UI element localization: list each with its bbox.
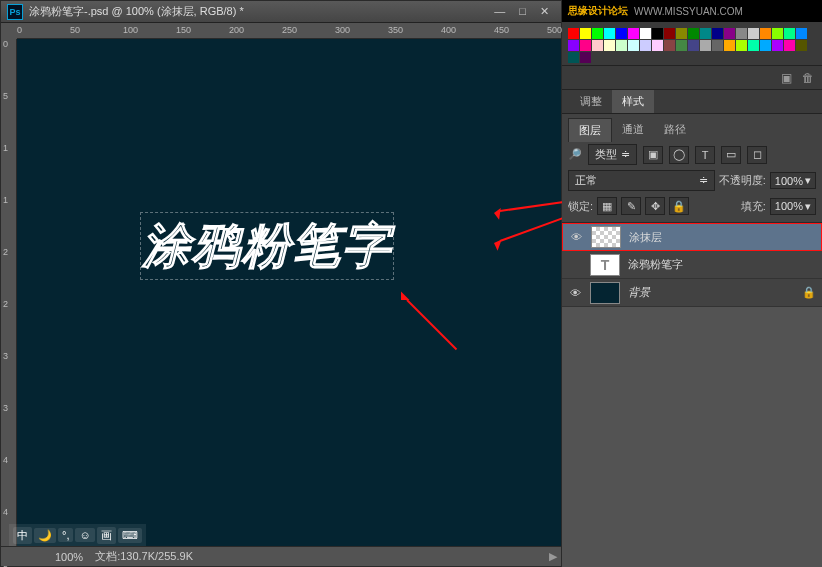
swatch[interactable]	[652, 40, 663, 51]
filter-pixel-icon[interactable]: ▣	[643, 146, 663, 164]
swatch[interactable]	[712, 28, 723, 39]
swatch[interactable]	[688, 40, 699, 51]
lock-icon: 🔒	[802, 286, 816, 299]
swatch[interactable]	[700, 28, 711, 39]
swatch[interactable]	[724, 40, 735, 51]
tab-layers[interactable]: 图层	[568, 118, 612, 142]
lock-label: 锁定:	[568, 199, 593, 214]
tb-item[interactable]: 中	[13, 527, 32, 544]
swatch[interactable]	[628, 40, 639, 51]
swatch[interactable]	[784, 28, 795, 39]
tab-paths[interactable]: 路径	[654, 118, 696, 142]
ps-icon: Ps	[7, 4, 23, 20]
doc-info: 文档:130.7K/255.9K	[95, 549, 193, 564]
layer-name: 涂鸦粉笔字	[628, 257, 683, 272]
tb-item[interactable]: 🌙	[34, 528, 56, 543]
layers-panel: 图层 通道 路径 🔎 类型≑ ▣ ◯ T ▭ ◻ 正常≑ 不透明度: 100%▾…	[562, 114, 822, 223]
tb-item[interactable]: °,	[58, 528, 73, 542]
swatch[interactable]	[664, 40, 675, 51]
lock-all-icon[interactable]: 🔒	[669, 197, 689, 215]
swatch[interactable]	[676, 40, 687, 51]
ruler-horizontal: 050100150200250300350400450500	[17, 23, 561, 39]
lock-paint-icon[interactable]: ✎	[621, 197, 641, 215]
tb-item[interactable]: 画	[97, 527, 116, 544]
visibility-icon[interactable]: 👁	[568, 286, 582, 300]
swatch[interactable]	[640, 28, 651, 39]
swatches-footer: ▣ 🗑	[562, 66, 822, 90]
watermark-brand: 思缘设计论坛	[568, 4, 628, 18]
swatch[interactable]	[580, 52, 591, 63]
swatch[interactable]	[568, 28, 579, 39]
swatch[interactable]	[628, 28, 639, 39]
layer-row[interactable]: T涂鸦粉笔字	[562, 251, 822, 279]
watermark-url: WWW.MISSYUAN.COM	[634, 6, 743, 17]
filter-smart-icon[interactable]: ◻	[747, 146, 767, 164]
filter-type-icon[interactable]: T	[695, 146, 715, 164]
minimize-button[interactable]: —	[494, 5, 505, 18]
new-swatch-icon[interactable]: ▣	[781, 71, 792, 85]
swatch[interactable]	[604, 40, 615, 51]
swatch[interactable]	[724, 28, 735, 39]
layer-name: 背景	[628, 285, 650, 300]
swatches-panel[interactable]	[562, 22, 822, 66]
layers-list: 👁涂抹层T涂鸦粉笔字👁背景🔒	[562, 223, 822, 307]
swatch[interactable]	[796, 40, 807, 51]
swatch[interactable]	[700, 40, 711, 51]
swatch[interactable]	[580, 28, 591, 39]
delete-swatch-icon[interactable]: 🗑	[802, 71, 814, 85]
swatch[interactable]	[760, 40, 771, 51]
statusbar: 100% 文档:130.7K/255.9K ▶	[1, 546, 561, 566]
zoom-level[interactable]: 100%	[55, 551, 83, 563]
swatch[interactable]	[592, 28, 603, 39]
layer-row[interactable]: 👁背景🔒	[562, 279, 822, 307]
maximize-button[interactable]: □	[519, 5, 526, 18]
swatch[interactable]	[772, 28, 783, 39]
swatch[interactable]	[688, 28, 699, 39]
swatch[interactable]	[640, 40, 651, 51]
filter-type-dropdown[interactable]: 类型≑	[588, 144, 637, 165]
swatch[interactable]	[568, 52, 579, 63]
swatch[interactable]	[604, 28, 615, 39]
layer-name: 涂抹层	[629, 230, 662, 245]
watermark: 思缘设计论坛 WWW.MISSYUAN.COM	[562, 0, 822, 22]
swatch[interactable]	[772, 40, 783, 51]
tb-item[interactable]: ☺	[75, 528, 94, 542]
swatch[interactable]	[664, 28, 675, 39]
swatch[interactable]	[748, 28, 759, 39]
swatch[interactable]	[616, 40, 627, 51]
visibility-icon[interactable]: 👁	[569, 230, 583, 244]
fill-label: 填充:	[741, 199, 766, 214]
tab-channels[interactable]: 通道	[612, 118, 654, 142]
tb-item[interactable]: ⌨	[118, 528, 142, 543]
canvas[interactable]: 涂鸦粉笔字	[17, 39, 561, 546]
swatch[interactable]	[736, 40, 747, 51]
layer-row[interactable]: 👁涂抹层	[562, 223, 822, 251]
close-button[interactable]: ✕	[540, 5, 549, 18]
swatch[interactable]	[796, 28, 807, 39]
swatch[interactable]	[760, 28, 771, 39]
tab-adjust[interactable]: 调整	[570, 90, 612, 113]
panel-column: 思缘设计论坛 WWW.MISSYUAN.COM ▣ 🗑 调整 样式 图层 通道 …	[562, 0, 822, 567]
swatch[interactable]	[580, 40, 591, 51]
swatch[interactable]	[784, 40, 795, 51]
fill-field[interactable]: 100%▾	[770, 198, 816, 215]
arrow-head-icon	[487, 206, 501, 220]
titlebar: Ps 涂鸦粉笔字-.psd @ 100% (涂抹层, RGB/8) * — □ …	[1, 1, 561, 23]
blend-mode-dropdown[interactable]: 正常≑	[568, 170, 715, 191]
opacity-field[interactable]: 100%▾	[770, 172, 816, 189]
swatch[interactable]	[676, 28, 687, 39]
swatch[interactable]	[748, 40, 759, 51]
swatch[interactable]	[568, 40, 579, 51]
adjust-tabs: 调整 样式	[562, 90, 822, 114]
visibility-icon[interactable]	[568, 258, 582, 272]
swatch[interactable]	[652, 28, 663, 39]
swatch[interactable]	[736, 28, 747, 39]
swatch[interactable]	[616, 28, 627, 39]
filter-shape-icon[interactable]: ▭	[721, 146, 741, 164]
lock-transparency-icon[interactable]: ▦	[597, 197, 617, 215]
lock-position-icon[interactable]: ✥	[645, 197, 665, 215]
filter-adjust-icon[interactable]: ◯	[669, 146, 689, 164]
swatch[interactable]	[592, 40, 603, 51]
swatch[interactable]	[712, 40, 723, 51]
tab-styles[interactable]: 样式	[612, 90, 654, 113]
